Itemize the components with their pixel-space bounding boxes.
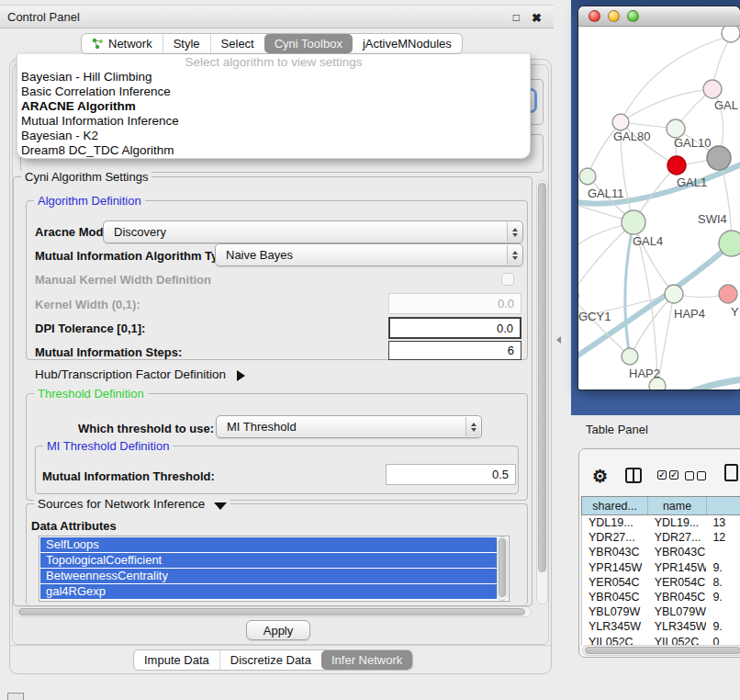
settings-horizontal-scrollbar-thumb[interactable]: [18, 608, 525, 615]
mi-threshold-field[interactable]: 0.5: [386, 464, 516, 485]
which-threshold-combobox[interactable]: MI Threshold: [216, 415, 482, 438]
columns-icon[interactable]: [625, 468, 642, 483]
hub-tf-definition-toggle[interactable]: Hub/Transcription Factor Definition: [35, 367, 251, 381]
dropdown-item[interactable]: Bayesian - Hill Climbing: [17, 70, 530, 85]
table-row[interactable]: YDR27...YDR27...12: [582, 530, 740, 545]
node-hap2[interactable]: [622, 348, 638, 365]
node-swi4[interactable]: [719, 231, 740, 256]
zoom-traffic-light-icon[interactable]: [627, 10, 639, 22]
table-cell: YBR043C: [582, 545, 648, 559]
deselect-all-columns-icon[interactable]: [685, 471, 706, 480]
mi-steps-field[interactable]: 6: [388, 341, 521, 360]
mi-type-combobox[interactable]: Naive Bayes: [215, 243, 523, 266]
table-cell: YBR045C: [582, 590, 648, 604]
close-traffic-light-icon[interactable]: [589, 10, 600, 22]
node-salmon[interactable]: [719, 285, 737, 303]
document-icon[interactable]: [724, 464, 738, 481]
data-attribute-item[interactable]: gal4RGexp: [40, 584, 497, 599]
table-cell: 9.: [706, 619, 740, 634]
tab-style[interactable]: Style: [163, 34, 210, 53]
column-header[interactable]: shared...: [582, 497, 647, 514]
combo-stepper-icon: [465, 417, 480, 436]
table-row[interactable]: YBL079WYBL079W: [582, 604, 740, 619]
tab-infer-network[interactable]: Infer Network: [321, 650, 412, 670]
aracne-mode-combobox[interactable]: Discovery: [103, 220, 523, 243]
settings-vertical-scrollbar-thumb[interactable]: [538, 183, 546, 572]
dropdown-item[interactable]: Mutual Information Inference: [17, 114, 530, 129]
tab-label: Infer Network: [331, 653, 402, 667]
data-attribute-item[interactable]: BetweennessCentrality: [40, 569, 497, 583]
network-view-window[interactable]: GAL GAL80 GAL10 GAL1 GAL11 GAL4 SWI4 GCY…: [578, 6, 740, 390]
node-gal4[interactable]: [622, 210, 645, 234]
table-cell: YDL19...: [582, 515, 648, 530]
algorithm-dropdown-list[interactable]: Select algorithm to view settings Bayesi…: [17, 54, 531, 159]
dropdown-item[interactable]: ARACNE Algorithm: [17, 99, 530, 114]
table-row[interactable]: YDL19...YDL19...13: [582, 515, 740, 530]
dropdown-item[interactable]: Bayesian - K2: [17, 129, 530, 143]
node-gal80[interactable]: [612, 114, 629, 130]
kernel-width-field[interactable]: 0.0: [388, 293, 521, 314]
table-cell: 12: [706, 530, 740, 545]
close-icon[interactable]: ✖: [532, 6, 542, 29]
dpi-tolerance-label: DPI Tolerance [0,1]:: [35, 322, 145, 335]
tab-discretize-data[interactable]: Discretize Data: [219, 650, 321, 670]
gear-icon[interactable]: ⚙: [592, 466, 608, 487]
node-gal10[interactable]: [667, 119, 685, 138]
tab-label: Style: [174, 37, 200, 51]
table-cell: YPR145W: [648, 560, 707, 575]
node-attribute-table[interactable]: shared... name YDL19...YDL19...13YDR27..…: [581, 496, 740, 645]
dropdown-item[interactable]: Dream8 DC_TDC Algorithm: [17, 143, 530, 158]
node-gal-partial[interactable]: [703, 80, 722, 98]
dropdown-item[interactable]: Basic Correlation Inference: [17, 85, 530, 99]
collapsed-panel-button[interactable]: [7, 693, 24, 700]
table-row[interactable]: YER054CYER054C8.: [582, 575, 740, 590]
tab-label: Select: [221, 37, 254, 51]
select-all-columns-icon[interactable]: ✓ ✓: [657, 470, 678, 480]
node-hap4[interactable]: [665, 285, 683, 303]
node-gal1-highlighted[interactable]: [667, 156, 686, 175]
column-header[interactable]: [706, 497, 740, 514]
tab-impute-data[interactable]: Impute Data: [134, 650, 219, 670]
splitter-collapse-icon[interactable]: [556, 336, 561, 344]
settings-vertical-scrollbar[interactable]: [536, 180, 548, 604]
table-row[interactable]: YIL052CYIL052C0: [582, 635, 740, 646]
table-row[interactable]: YBR045CYBR045C9.: [582, 590, 740, 604]
settings-horizontal-scrollbar[interactable]: [16, 606, 532, 617]
network-window-titlebar[interactable]: [578, 6, 740, 27]
data-attribute-item[interactable]: SelfLoops: [40, 537, 497, 552]
tab-network[interactable]: Network: [82, 34, 163, 53]
apply-button[interactable]: Apply: [246, 620, 310, 640]
tab-label: Cyni Toolbox: [275, 37, 342, 51]
sources-title-row[interactable]: Sources for Network Inference: [34, 497, 230, 516]
table-horizontal-scrollbar-thumb[interactable]: [585, 647, 740, 654]
table-horizontal-scrollbar[interactable]: [582, 645, 740, 656]
table-body[interactable]: YDL19...YDL19...13YDR27...YDR27...12YBR0…: [581, 515, 740, 645]
minimize-traffic-light-icon[interactable]: [608, 10, 620, 22]
node-label: GCY1: [578, 310, 611, 323]
tab-cyni-toolbox[interactable]: Cyni Toolbox: [264, 34, 353, 53]
manual-kernel-width-checkbox[interactable]: [501, 273, 514, 286]
tab-label: jActiveMNodules: [363, 37, 452, 51]
tab-jactivemnodules[interactable]: jActiveMNodules: [353, 34, 462, 53]
node-label: GAL4: [633, 234, 663, 248]
node-label: HAP4: [674, 307, 705, 321]
table-cell: 8.: [706, 575, 740, 590]
table-row[interactable]: YPR145WYPR145W9.: [582, 560, 740, 575]
table-row[interactable]: YBR043CYBR043C: [582, 545, 740, 559]
float-icon[interactable]: □: [513, 6, 520, 29]
application-window: Control Panel □ ✖ NetworkStyleSelectCyni…: [0, 0, 740, 700]
dpi-tolerance-field[interactable]: 0.0: [388, 317, 521, 339]
node-label: GAL11: [588, 186, 624, 200]
aracne-mode-value: Discovery: [114, 225, 166, 239]
column-header[interactable]: name: [647, 497, 705, 514]
table-row[interactable]: YLR345WYLR345W9.: [582, 619, 740, 634]
table-cell: YBL079W: [582, 604, 648, 619]
attribute-list-scrollbar-thumb[interactable]: [499, 538, 506, 597]
network-canvas[interactable]: GAL GAL80 GAL10 GAL1 GAL11 GAL4 SWI4 GCY…: [578, 27, 740, 390]
node-unlabeled-top[interactable]: [722, 27, 740, 42]
data-attribute-item[interactable]: TopologicalCoefficient: [40, 553, 497, 568]
node-gal11[interactable]: [579, 168, 596, 185]
tab-select[interactable]: Select: [210, 34, 264, 53]
attribute-list-scrollbar[interactable]: [497, 536, 508, 601]
data-attributes-list[interactable]: SelfLoopsTopologicalCoefficientBetweenne…: [39, 536, 510, 602]
